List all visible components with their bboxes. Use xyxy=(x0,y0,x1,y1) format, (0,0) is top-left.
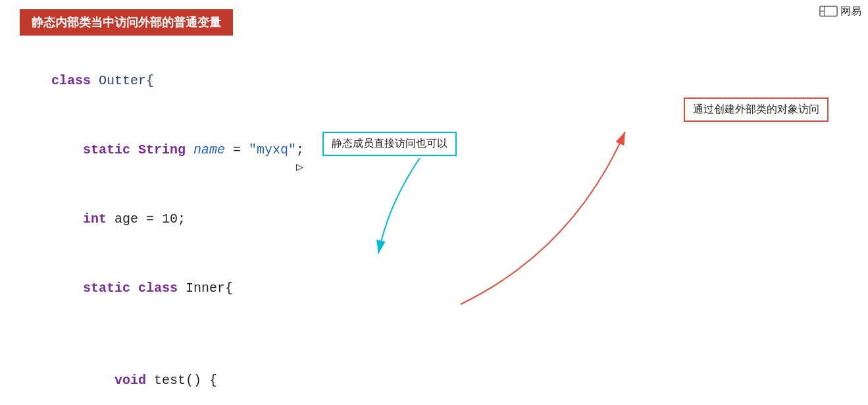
code-container: class Outter{ static String name = "myxq… xyxy=(20,46,441,405)
code-line-4: static class Inner{ xyxy=(20,254,441,323)
code-line-1: class Outter{ xyxy=(20,46,441,115)
logo-text: 网易 xyxy=(840,5,861,18)
kw-class: class xyxy=(51,73,99,88)
code-line-3: int age = 10; xyxy=(20,184,441,254)
page-title: 静态内部类当中访问外部的普通变量 xyxy=(32,16,221,29)
annotation-red-right: 通过创建外部类的对象访问 xyxy=(684,97,829,122)
title-bar: 静态内部类当中访问外部的普通变量 xyxy=(20,9,233,36)
code-line-5: void test() { xyxy=(20,346,441,405)
code-line-blank1 xyxy=(20,323,441,346)
logo-icon xyxy=(819,4,838,18)
logo-area: 网易 xyxy=(819,4,861,18)
annotation-cyan: 静态成员直接访问也可以 xyxy=(322,132,457,156)
